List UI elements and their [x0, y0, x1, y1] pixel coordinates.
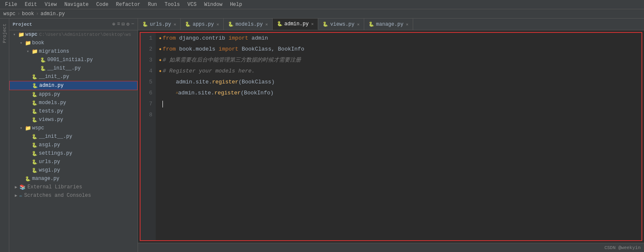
sidebar-close-icon[interactable]: − — [131, 21, 134, 27]
init-migrations-icon: 🐍 — [40, 65, 46, 72]
menu-help[interactable]: Help — [227, 1, 246, 8]
left-panel-strip[interactable]: Project — [0, 19, 9, 252]
tree-item-manage[interactable]: 🐍 manage.py — [9, 174, 138, 183]
breadcrumb-wspc[interactable]: wspc — [3, 11, 16, 17]
wspc-folder-icon: 📁 — [18, 31, 24, 38]
tree-item-urls-wspc[interactable]: 🐍 urls.py — [9, 158, 138, 166]
module-django: django.contrib — [179, 33, 225, 44]
menu-vcs[interactable]: VCS — [184, 1, 200, 8]
tree-label-settings: settings.py — [39, 150, 72, 156]
sidebar-settings-icon[interactable]: ⚙ — [127, 21, 130, 27]
menu-run[interactable]: Run — [144, 1, 160, 8]
tab-urls[interactable]: 🐍 urls.py ✕ — [138, 19, 181, 30]
menu-view[interactable]: View — [41, 1, 60, 8]
migrations-folder-icon: 📁 — [31, 48, 38, 55]
breadcrumb-book[interactable]: book — [22, 11, 34, 17]
tree-item-wspc-sub[interactable]: ▾ 📁 wspc — [9, 124, 138, 132]
menu-edit[interactable]: Edit — [22, 1, 41, 8]
tab-admin-close[interactable]: ✕ — [311, 21, 314, 27]
tree-item-views-book[interactable]: 🐍 views.py — [9, 115, 138, 124]
tree-item-tests[interactable]: 🐍 tests.py — [9, 107, 138, 115]
bookmark-1: ◆ — [159, 33, 161, 44]
sidebar-sort-icon[interactable]: ≡ — [117, 21, 120, 27]
tree-label-urls-wspc: urls.py — [39, 159, 60, 165]
comment-chinese: # 如果需要在后台中能管理第三方数据的时候才需要注册 — [162, 55, 301, 66]
tree-arrow-wspc: ▾ — [11, 31, 18, 38]
tree-item-asgi[interactable]: 🐍 asgi.py — [9, 141, 138, 149]
tree-item-ext-libs[interactable]: ▶ 📚 External Libraries — [9, 183, 138, 191]
code-line-6: ⚠ admin.site. register ( BookInfo ) — [159, 88, 638, 99]
tab-admin[interactable]: 🐍 admin.py ✕ — [273, 19, 319, 30]
tree-item-apps[interactable]: 🐍 apps.py — [9, 90, 138, 99]
tab-models-close[interactable]: ✕ — [265, 22, 268, 27]
tab-views-close[interactable]: ✕ — [357, 22, 360, 27]
book-folder-icon: 📁 — [24, 40, 31, 46]
indent5 — [162, 77, 176, 88]
tab-models[interactable]: 🐍 models.py ✕ — [224, 19, 273, 30]
tree-item-settings[interactable]: 🐍 settings.py — [9, 149, 138, 158]
bottom-bar: CSDN @weekyin — [138, 243, 644, 252]
tree-arrow-scratches: ▶ — [13, 192, 19, 199]
tab-models-icon: 🐍 — [228, 21, 234, 27]
paren1: ( — [238, 77, 242, 88]
tree-item-wsgi[interactable]: 🐍 wsgi.py — [9, 166, 138, 174]
tree-item-migrations[interactable]: ▾ 📁 migrations — [9, 47, 138, 56]
tab-models-label: models.py — [235, 21, 263, 27]
tab-apps-close[interactable]: ✕ — [216, 22, 219, 27]
tree-label-init-wspc: __init__.py — [39, 134, 72, 139]
menu-tools[interactable]: Tools — [161, 1, 183, 8]
menu-window[interactable]: Window — [201, 1, 226, 8]
code-editor[interactable]: 1 2 3 4 5 6 7 8 ◆ from django.contrib im — [140, 32, 642, 241]
code-line-3: ◆ # 如果需要在后台中能管理第三方数据的时候才需要注册 — [159, 55, 638, 66]
tree-item-init-migrations[interactable]: 🐍 __init__.py — [9, 64, 138, 72]
editor-area: 🐍 urls.py ✕ 🐍 apps.py ✕ 🐍 models.py ✕ 🐍 … — [138, 19, 644, 252]
code-content[interactable]: ◆ from django.contrib import admin ◆ fro… — [156, 33, 641, 240]
tab-apps[interactable]: 🐍 apps.py ✕ — [181, 19, 223, 30]
tab-manage-close[interactable]: ✕ — [406, 22, 409, 27]
tab-urls-label: urls.py — [150, 21, 171, 27]
csdn-watermark: CSDN @weekyin — [604, 245, 641, 250]
tree-item-book[interactable]: ▾ 📁 book — [9, 39, 138, 47]
indent6 — [162, 88, 176, 99]
tree-item-init-wspc[interactable]: 🐍 __init__.py — [9, 132, 138, 141]
wspc-sub-folder-icon: 📁 — [24, 125, 31, 131]
comment-register: # Register your models here. — [162, 66, 254, 77]
menu-code[interactable]: Code — [93, 1, 112, 8]
tab-manage[interactable]: 🐍 manage.py ✕ — [364, 19, 413, 30]
tree-arrow-migrations: ▾ — [24, 48, 31, 55]
tree-item-models[interactable]: 🐍 models.py — [9, 99, 138, 107]
tree-item-init-book[interactable]: 🐍 __init_.py — [9, 72, 138, 81]
bookmark-4: ◆ — [159, 66, 161, 77]
project-panel-label[interactable]: Project — [1, 20, 8, 46]
menu-navigate[interactable]: Navigate — [61, 1, 92, 8]
tab-admin-icon: 🐍 — [277, 21, 283, 27]
space6 — [238, 44, 242, 55]
tree-label-migrations: migrations — [39, 48, 69, 54]
sidebar-globe-icon[interactable]: ⊕ — [112, 21, 115, 27]
admin-site-1: admin.site. — [176, 77, 212, 88]
tree-item-admin[interactable]: 🐍 admin.py — [9, 81, 138, 90]
admin-module: admin — [252, 33, 268, 44]
no-bookmark-5 — [159, 77, 161, 88]
menu-refactor[interactable]: Refactor — [113, 1, 144, 8]
tab-views[interactable]: 🐍 views.py ✕ — [318, 19, 364, 30]
views-book-icon: 🐍 — [31, 116, 38, 123]
tree-label-book: book — [32, 40, 44, 46]
tree-item-wspc-root[interactable]: ▾ 📁 wspc C:\Users\Administrator\Desktop\… — [9, 30, 138, 39]
tree-label-wspc: wspc — [25, 32, 38, 38]
settings-icon: 🐍 — [31, 150, 38, 157]
class-bookclass: BookClass — [242, 44, 271, 55]
tree-item-scratches[interactable]: ▶ ✏ Scratches and Consoles — [9, 191, 138, 200]
sidebar: Project ⊕ ≡ ⊟ ⚙ − ▾ 📁 wspc C:\Users\Admi… — [9, 19, 138, 252]
menu-file[interactable]: File — [2, 1, 21, 8]
tab-urls-close[interactable]: ✕ — [173, 22, 176, 27]
arg-bookclass: BookClass — [242, 77, 271, 88]
kw-from-1: from — [162, 33, 176, 44]
scratches-icon: ✏ — [19, 193, 22, 199]
sidebar-collapse-icon[interactable]: ⊟ — [122, 21, 124, 27]
tree-item-0001[interactable]: 🐍 0001_initial.py — [9, 56, 138, 64]
manage-icon: 🐍 — [24, 175, 31, 182]
breadcrumb-adminpy[interactable]: admin.py — [41, 11, 65, 17]
tab-manage-icon: 🐍 — [368, 21, 374, 27]
tree-label-0001: 0001_initial.py — [47, 57, 93, 63]
